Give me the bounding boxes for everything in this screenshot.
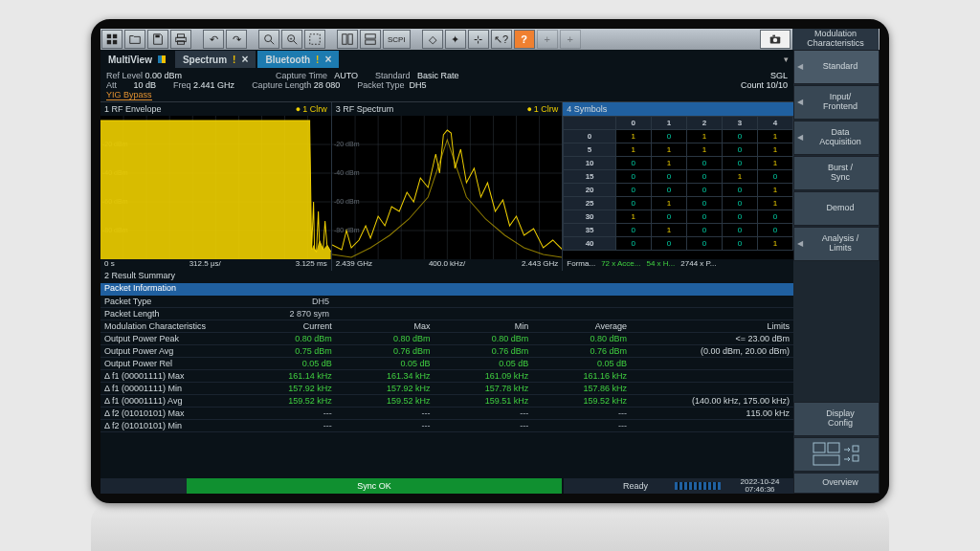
pane-rf-spectrum[interactable]: 3 RF Spectrum1 Clrw (332, 102, 564, 271)
param-value: 2.441 GHz (193, 80, 234, 90)
zoom-select-icon[interactable] (258, 30, 279, 49)
warning-icon: ! (316, 55, 319, 65)
print-icon[interactable] (170, 30, 191, 49)
undo-icon[interactable]: ↶ (203, 30, 224, 49)
tab-bar: MultiView Spectrum ! × Bluetooth ! × ▾ (100, 50, 793, 69)
parameter-bar: Ref Level 0.00 dBm Capture Time AUTO Sta… (100, 69, 793, 102)
scpi-button[interactable]: SCPI (383, 30, 411, 49)
svg-line-9 (271, 41, 275, 45)
help-icon[interactable]: ? (514, 30, 535, 49)
progress-bar (669, 482, 726, 490)
svg-rect-20 (772, 35, 775, 37)
svg-rect-15 (348, 34, 352, 45)
svg-rect-3 (113, 40, 117, 44)
windows-icon[interactable] (101, 30, 122, 49)
redo-icon[interactable]: ↷ (226, 30, 247, 49)
param-value: Count 10/10 (741, 80, 788, 90)
softkey-burst-sync[interactable]: Burst /Sync (793, 156, 880, 190)
plot-rf-spectrum: -20 dBm-40 dBm -60 dBm-80 dBm (332, 116, 563, 259)
sync-status: Sync OK (187, 478, 564, 494)
tab-label: MultiView (108, 55, 152, 65)
result-row: Δ f1 (00001111) Min157.92 kHz157.92 kHz1… (100, 383, 793, 395)
svg-text:-40 dBm: -40 dBm (334, 169, 360, 176)
layout-icon[interactable] (337, 30, 358, 49)
result-row: Δ f2 (01010101) Min------------ (100, 420, 793, 432)
softkey-display-config[interactable]: DisplayConfig (793, 402, 880, 436)
svg-rect-4 (155, 35, 159, 38)
svg-rect-56 (828, 443, 839, 452)
grid-icon[interactable] (360, 30, 381, 49)
close-icon[interactable]: × (324, 53, 331, 66)
pane-rf-envelope[interactable]: 1 RF Envelope1 Clrw (100, 102, 332, 271)
svg-rect-5 (178, 34, 185, 38)
svg-rect-57 (813, 455, 839, 465)
pane-symbols[interactable]: 4 Symbols 012340101015111011001001150001… (563, 102, 793, 271)
param-label: Capture Length (252, 80, 311, 90)
tab-multiview[interactable]: MultiView (100, 51, 173, 68)
symbols-table: 0123401010151110110010011500010200000125… (563, 116, 793, 259)
tab-bluetooth[interactable]: Bluetooth ! × (257, 51, 339, 68)
param-value: 10 dB (134, 80, 157, 90)
zoom-out-icon[interactable] (304, 30, 325, 49)
tab-dropdown-icon[interactable]: ▾ (778, 55, 793, 64)
result-row: Δ f1 (00001111) Avg159.52 kHz159.52 kHz1… (100, 395, 793, 408)
open-icon[interactable] (124, 30, 145, 49)
axis-div: 400.0 kHz/ (429, 259, 465, 271)
results-title: 2 Result Summary (100, 271, 793, 283)
add2-icon[interactable]: + (560, 30, 581, 49)
pointer-icon[interactable]: ↖? (491, 30, 512, 49)
pane-title: 4 Symbols (567, 104, 607, 114)
svg-text:-20 dBm: -20 dBm (334, 141, 360, 147)
datetime: 2022-10-2407:46:36 (726, 478, 793, 494)
param-label: Packet Type (357, 80, 404, 90)
plot-rf-envelope: -20 dBm-40 dBm -60 dBm-80 dBm (100, 116, 331, 259)
axis-max: 2.443 GHz (522, 259, 558, 271)
param-label: Ref Level (106, 71, 143, 80)
param-value: DH5 (410, 80, 427, 90)
svg-point-8 (265, 35, 272, 42)
result-row: Output Power Avg0.75 dBm0.76 dBm0.76 dBm… (100, 345, 793, 358)
info-label: Packet Length (104, 309, 253, 319)
result-row: Δ f2 (01010101) Max------------115.00 kH… (100, 408, 793, 420)
param-value: SGL (770, 71, 788, 80)
zoom-in-icon[interactable]: + (281, 30, 302, 49)
camera-icon[interactable] (760, 30, 791, 49)
results-section: Packet Information (100, 283, 793, 296)
param-label: Standard (375, 71, 411, 80)
param-value: Basic Rate (417, 71, 459, 80)
softkey-input-frontend[interactable]: ◀Input/Frontend (793, 85, 880, 120)
crosshair-icon[interactable]: ✦ (445, 30, 466, 49)
status-bar: Sync OK Ready 2022-10-2407:46:36 (100, 478, 793, 494)
tab-spectrum[interactable]: Spectrum ! × (175, 51, 256, 68)
svg-rect-59 (853, 455, 858, 461)
softkey-analysis-limits[interactable]: ◀Analysis /Limits (793, 227, 880, 261)
softkey-demod[interactable]: Demod (793, 191, 880, 226)
param-value: 0.00 dBm (145, 71, 183, 80)
softkey-standard[interactable]: ◀Standard (793, 50, 880, 84)
svg-rect-14 (343, 34, 346, 45)
svg-text:+: + (289, 35, 292, 41)
softkey-overview[interactable]: Overview (793, 473, 880, 494)
svg-text:-60 dBm: -60 dBm (334, 198, 360, 205)
layout-diagram-button[interactable] (793, 437, 880, 472)
axis-max: 3.125 ms (296, 259, 327, 271)
save-icon[interactable] (147, 30, 168, 49)
warning-icon: ! (233, 55, 235, 65)
symbols-footer: Forma... 72 x Acce... 54 x H... 2744 x P… (563, 259, 793, 271)
top-toolbar: ↶ ↷ + SCPI ◇ ✦ ⊹ ↖? ? + + Modulation Cha… (100, 29, 880, 50)
svg-rect-13 (310, 34, 321, 45)
svg-rect-55 (813, 443, 825, 452)
param-value: AUTO (334, 71, 358, 80)
close-icon[interactable]: × (241, 53, 248, 66)
add1-icon[interactable]: + (537, 30, 558, 49)
marker-icon[interactable]: ◇ (422, 30, 443, 49)
right-panel-title: Modulation Characteristics (792, 29, 879, 50)
info-value: 2 870 sym (253, 309, 329, 319)
trace-label: 1 Clrw (526, 104, 558, 114)
graph-panes: 1 RF Envelope1 Clrw (100, 102, 793, 271)
ready-status: Ready (602, 481, 669, 491)
axis-icon[interactable]: ⊹ (468, 30, 489, 49)
yig-bypass-indicator: YIG Bypass (106, 90, 152, 100)
softkey-data-acquisition[interactable]: ◀DataAcquisition (793, 121, 880, 155)
result-row: Output Power Rel0.05 dB0.05 dB0.05 dB0.0… (100, 358, 793, 370)
